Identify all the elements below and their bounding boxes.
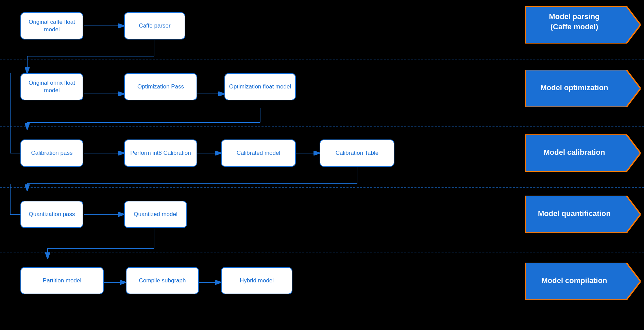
node-calibration-pass: Calibration pass	[20, 139, 83, 167]
divider-2	[0, 126, 644, 127]
divider-3	[0, 187, 644, 188]
node-optimization-pass: Optimization Pass	[124, 73, 197, 100]
svg-text:(Caffe model): (Caffe model)	[550, 22, 598, 31]
divider-4	[0, 252, 644, 252]
diagram-container: Original caffe float model Caffe parser …	[0, 0, 644, 330]
svg-text:Model optimization: Model optimization	[540, 83, 608, 92]
badge-model-parsing: Model parsing (Caffe model)	[525, 6, 641, 44]
node-hybrid-model: Hybrid model	[221, 267, 292, 294]
badge-model-optimization: Model optimization	[525, 70, 641, 107]
badge-model-compilation: Model compilation	[525, 263, 641, 300]
svg-text:Model quantification: Model quantification	[538, 209, 611, 218]
badge-model-calibration: Model calibration	[525, 134, 641, 172]
node-original-caffe: Original caffe float model	[20, 12, 83, 39]
node-calibration-table: Calibration Table	[320, 139, 394, 167]
svg-text:Model calibration: Model calibration	[544, 148, 605, 156]
node-quantization-pass: Quantization pass	[20, 201, 83, 228]
node-partition-model: Partition model	[20, 267, 104, 294]
node-optimization-float: Optimization float model	[224, 73, 296, 100]
node-original-onnx: Original onnx float model	[20, 73, 83, 100]
node-compile-subgraph: Compile subgraph	[126, 267, 199, 294]
divider-1	[0, 60, 644, 60]
badge-model-quantification: Model quantification	[525, 196, 641, 233]
svg-text:Model parsing: Model parsing	[549, 12, 599, 21]
node-perform-int8: Perform int8 Calibration	[124, 139, 197, 167]
node-quantized-model: Quantized model	[124, 201, 187, 228]
node-calibrated-model: Calibrated model	[221, 139, 296, 167]
node-caffe-parser: Caffe parser	[124, 12, 185, 39]
svg-text:Model compilation: Model compilation	[541, 276, 607, 285]
